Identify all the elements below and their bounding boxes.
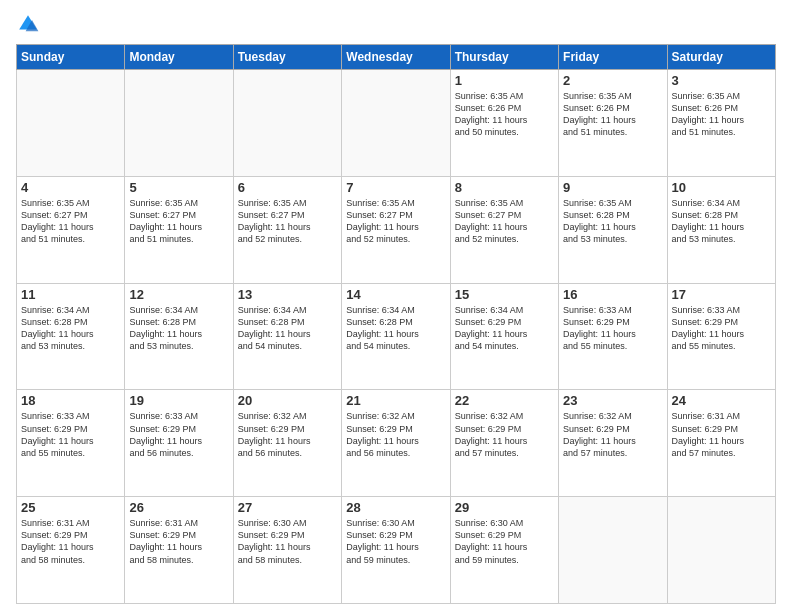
day-number: 4 [21,180,120,195]
day-number: 22 [455,393,554,408]
calendar-cell: 23Sunrise: 6:32 AMSunset: 6:29 PMDayligh… [559,390,667,497]
day-number: 29 [455,500,554,515]
calendar-cell: 22Sunrise: 6:32 AMSunset: 6:29 PMDayligh… [450,390,558,497]
day-number: 20 [238,393,337,408]
calendar-cell: 11Sunrise: 6:34 AMSunset: 6:28 PMDayligh… [17,283,125,390]
calendar-cell: 7Sunrise: 6:35 AMSunset: 6:27 PMDaylight… [342,176,450,283]
day-info: Sunrise: 6:33 AMSunset: 6:29 PMDaylight:… [21,410,120,459]
weekday-header-monday: Monday [125,45,233,70]
day-info: Sunrise: 6:30 AMSunset: 6:29 PMDaylight:… [346,517,445,566]
calendar-cell: 12Sunrise: 6:34 AMSunset: 6:28 PMDayligh… [125,283,233,390]
day-info: Sunrise: 6:31 AMSunset: 6:29 PMDaylight:… [21,517,120,566]
weekday-header-tuesday: Tuesday [233,45,341,70]
logo-icon [16,12,40,36]
calendar-cell: 29Sunrise: 6:30 AMSunset: 6:29 PMDayligh… [450,497,558,604]
day-number: 14 [346,287,445,302]
day-number: 9 [563,180,662,195]
day-number: 12 [129,287,228,302]
day-number: 8 [455,180,554,195]
day-info: Sunrise: 6:32 AMSunset: 6:29 PMDaylight:… [563,410,662,459]
day-number: 15 [455,287,554,302]
calendar-cell: 26Sunrise: 6:31 AMSunset: 6:29 PMDayligh… [125,497,233,604]
day-number: 7 [346,180,445,195]
weekday-header-wednesday: Wednesday [342,45,450,70]
calendar-cell [17,70,125,177]
weekday-header-thursday: Thursday [450,45,558,70]
calendar-cell: 18Sunrise: 6:33 AMSunset: 6:29 PMDayligh… [17,390,125,497]
day-number: 10 [672,180,771,195]
calendar-cell: 17Sunrise: 6:33 AMSunset: 6:29 PMDayligh… [667,283,775,390]
day-number: 25 [21,500,120,515]
calendar-table: SundayMondayTuesdayWednesdayThursdayFrid… [16,44,776,604]
calendar-cell: 27Sunrise: 6:30 AMSunset: 6:29 PMDayligh… [233,497,341,604]
day-number: 16 [563,287,662,302]
day-number: 1 [455,73,554,88]
calendar-cell: 15Sunrise: 6:34 AMSunset: 6:29 PMDayligh… [450,283,558,390]
logo [16,12,44,36]
calendar-cell: 16Sunrise: 6:33 AMSunset: 6:29 PMDayligh… [559,283,667,390]
calendar-cell: 19Sunrise: 6:33 AMSunset: 6:29 PMDayligh… [125,390,233,497]
calendar-cell: 2Sunrise: 6:35 AMSunset: 6:26 PMDaylight… [559,70,667,177]
day-info: Sunrise: 6:32 AMSunset: 6:29 PMDaylight:… [238,410,337,459]
day-number: 3 [672,73,771,88]
day-number: 23 [563,393,662,408]
weekday-header-saturday: Saturday [667,45,775,70]
day-info: Sunrise: 6:34 AMSunset: 6:28 PMDaylight:… [346,304,445,353]
day-info: Sunrise: 6:33 AMSunset: 6:29 PMDaylight:… [563,304,662,353]
day-info: Sunrise: 6:34 AMSunset: 6:28 PMDaylight:… [129,304,228,353]
calendar-cell: 20Sunrise: 6:32 AMSunset: 6:29 PMDayligh… [233,390,341,497]
calendar-cell: 10Sunrise: 6:34 AMSunset: 6:28 PMDayligh… [667,176,775,283]
calendar-cell [559,497,667,604]
calendar-cell: 13Sunrise: 6:34 AMSunset: 6:28 PMDayligh… [233,283,341,390]
calendar-cell: 21Sunrise: 6:32 AMSunset: 6:29 PMDayligh… [342,390,450,497]
day-number: 26 [129,500,228,515]
calendar-cell: 24Sunrise: 6:31 AMSunset: 6:29 PMDayligh… [667,390,775,497]
day-number: 18 [21,393,120,408]
day-number: 2 [563,73,662,88]
day-number: 21 [346,393,445,408]
page-header [16,12,776,36]
day-info: Sunrise: 6:35 AMSunset: 6:26 PMDaylight:… [563,90,662,139]
day-number: 5 [129,180,228,195]
calendar-cell: 25Sunrise: 6:31 AMSunset: 6:29 PMDayligh… [17,497,125,604]
day-number: 17 [672,287,771,302]
calendar-cell: 6Sunrise: 6:35 AMSunset: 6:27 PMDaylight… [233,176,341,283]
day-info: Sunrise: 6:35 AMSunset: 6:27 PMDaylight:… [21,197,120,246]
day-info: Sunrise: 6:35 AMSunset: 6:28 PMDaylight:… [563,197,662,246]
calendar-cell [342,70,450,177]
day-info: Sunrise: 6:34 AMSunset: 6:28 PMDaylight:… [21,304,120,353]
calendar-cell: 3Sunrise: 6:35 AMSunset: 6:26 PMDaylight… [667,70,775,177]
calendar-cell [667,497,775,604]
weekday-header-sunday: Sunday [17,45,125,70]
day-info: Sunrise: 6:30 AMSunset: 6:29 PMDaylight:… [455,517,554,566]
day-number: 11 [21,287,120,302]
day-info: Sunrise: 6:33 AMSunset: 6:29 PMDaylight:… [672,304,771,353]
calendar-cell [233,70,341,177]
calendar-cell: 1Sunrise: 6:35 AMSunset: 6:26 PMDaylight… [450,70,558,177]
day-info: Sunrise: 6:32 AMSunset: 6:29 PMDaylight:… [455,410,554,459]
day-info: Sunrise: 6:33 AMSunset: 6:29 PMDaylight:… [129,410,228,459]
calendar-cell: 4Sunrise: 6:35 AMSunset: 6:27 PMDaylight… [17,176,125,283]
calendar-cell: 5Sunrise: 6:35 AMSunset: 6:27 PMDaylight… [125,176,233,283]
day-info: Sunrise: 6:34 AMSunset: 6:28 PMDaylight:… [238,304,337,353]
day-info: Sunrise: 6:31 AMSunset: 6:29 PMDaylight:… [129,517,228,566]
day-info: Sunrise: 6:34 AMSunset: 6:28 PMDaylight:… [672,197,771,246]
day-number: 27 [238,500,337,515]
day-info: Sunrise: 6:35 AMSunset: 6:27 PMDaylight:… [346,197,445,246]
calendar-cell: 14Sunrise: 6:34 AMSunset: 6:28 PMDayligh… [342,283,450,390]
day-number: 28 [346,500,445,515]
day-info: Sunrise: 6:32 AMSunset: 6:29 PMDaylight:… [346,410,445,459]
day-number: 19 [129,393,228,408]
day-info: Sunrise: 6:34 AMSunset: 6:29 PMDaylight:… [455,304,554,353]
day-info: Sunrise: 6:30 AMSunset: 6:29 PMDaylight:… [238,517,337,566]
day-info: Sunrise: 6:35 AMSunset: 6:27 PMDaylight:… [455,197,554,246]
day-number: 24 [672,393,771,408]
day-info: Sunrise: 6:35 AMSunset: 6:27 PMDaylight:… [238,197,337,246]
day-info: Sunrise: 6:35 AMSunset: 6:26 PMDaylight:… [455,90,554,139]
calendar-cell [125,70,233,177]
calendar-cell: 28Sunrise: 6:30 AMSunset: 6:29 PMDayligh… [342,497,450,604]
day-info: Sunrise: 6:31 AMSunset: 6:29 PMDaylight:… [672,410,771,459]
calendar-cell: 8Sunrise: 6:35 AMSunset: 6:27 PMDaylight… [450,176,558,283]
day-number: 13 [238,287,337,302]
calendar-cell: 9Sunrise: 6:35 AMSunset: 6:28 PMDaylight… [559,176,667,283]
